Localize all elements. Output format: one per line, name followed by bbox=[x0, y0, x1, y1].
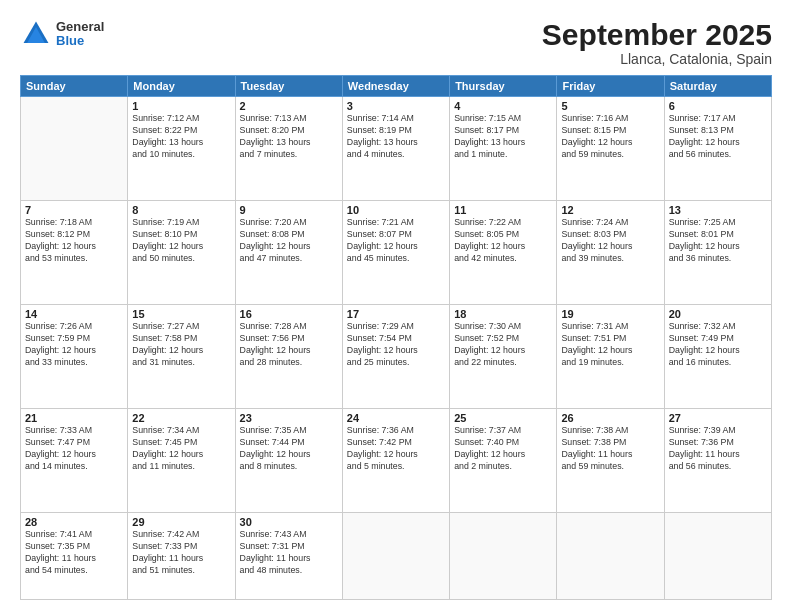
day-number: 10 bbox=[347, 204, 445, 216]
table-row: 6Sunrise: 7:17 AMSunset: 8:13 PMDaylight… bbox=[664, 97, 771, 201]
calendar-table: Sunday Monday Tuesday Wednesday Thursday… bbox=[20, 75, 772, 600]
day-number: 3 bbox=[347, 100, 445, 112]
day-info: Sunrise: 7:12 AMSunset: 8:22 PMDaylight:… bbox=[132, 113, 230, 161]
table-row: 5Sunrise: 7:16 AMSunset: 8:15 PMDaylight… bbox=[557, 97, 664, 201]
table-row: 16Sunrise: 7:28 AMSunset: 7:56 PMDayligh… bbox=[235, 304, 342, 408]
day-info: Sunrise: 7:20 AMSunset: 8:08 PMDaylight:… bbox=[240, 217, 338, 265]
day-info: Sunrise: 7:39 AMSunset: 7:36 PMDaylight:… bbox=[669, 425, 767, 473]
table-row: 27Sunrise: 7:39 AMSunset: 7:36 PMDayligh… bbox=[664, 408, 771, 512]
day-number: 2 bbox=[240, 100, 338, 112]
table-row bbox=[664, 512, 771, 599]
day-info: Sunrise: 7:42 AMSunset: 7:33 PMDaylight:… bbox=[132, 529, 230, 577]
calendar-week-row: 21Sunrise: 7:33 AMSunset: 7:47 PMDayligh… bbox=[21, 408, 772, 512]
table-row: 13Sunrise: 7:25 AMSunset: 8:01 PMDayligh… bbox=[664, 200, 771, 304]
day-number: 13 bbox=[669, 204, 767, 216]
day-info: Sunrise: 7:15 AMSunset: 8:17 PMDaylight:… bbox=[454, 113, 552, 161]
day-number: 5 bbox=[561, 100, 659, 112]
day-number: 24 bbox=[347, 412, 445, 424]
col-monday: Monday bbox=[128, 76, 235, 97]
day-info: Sunrise: 7:16 AMSunset: 8:15 PMDaylight:… bbox=[561, 113, 659, 161]
title-block: September 2025 Llanca, Catalonia, Spain bbox=[542, 18, 772, 67]
col-friday: Friday bbox=[557, 76, 664, 97]
col-saturday: Saturday bbox=[664, 76, 771, 97]
day-number: 20 bbox=[669, 308, 767, 320]
day-info: Sunrise: 7:25 AMSunset: 8:01 PMDaylight:… bbox=[669, 217, 767, 265]
table-row bbox=[21, 97, 128, 201]
col-sunday: Sunday bbox=[21, 76, 128, 97]
calendar-header-row: Sunday Monday Tuesday Wednesday Thursday… bbox=[21, 76, 772, 97]
day-number: 17 bbox=[347, 308, 445, 320]
day-info: Sunrise: 7:19 AMSunset: 8:10 PMDaylight:… bbox=[132, 217, 230, 265]
day-info: Sunrise: 7:35 AMSunset: 7:44 PMDaylight:… bbox=[240, 425, 338, 473]
logo-blue: Blue bbox=[56, 34, 104, 48]
day-number: 14 bbox=[25, 308, 123, 320]
table-row: 22Sunrise: 7:34 AMSunset: 7:45 PMDayligh… bbox=[128, 408, 235, 512]
day-info: Sunrise: 7:41 AMSunset: 7:35 PMDaylight:… bbox=[25, 529, 123, 577]
day-info: Sunrise: 7:26 AMSunset: 7:59 PMDaylight:… bbox=[25, 321, 123, 369]
table-row: 4Sunrise: 7:15 AMSunset: 8:17 PMDaylight… bbox=[450, 97, 557, 201]
col-thursday: Thursday bbox=[450, 76, 557, 97]
day-number: 18 bbox=[454, 308, 552, 320]
calendar-week-row: 28Sunrise: 7:41 AMSunset: 7:35 PMDayligh… bbox=[21, 512, 772, 599]
day-info: Sunrise: 7:22 AMSunset: 8:05 PMDaylight:… bbox=[454, 217, 552, 265]
day-number: 8 bbox=[132, 204, 230, 216]
day-info: Sunrise: 7:24 AMSunset: 8:03 PMDaylight:… bbox=[561, 217, 659, 265]
table-row: 26Sunrise: 7:38 AMSunset: 7:38 PMDayligh… bbox=[557, 408, 664, 512]
table-row: 23Sunrise: 7:35 AMSunset: 7:44 PMDayligh… bbox=[235, 408, 342, 512]
table-row: 1Sunrise: 7:12 AMSunset: 8:22 PMDaylight… bbox=[128, 97, 235, 201]
table-row: 3Sunrise: 7:14 AMSunset: 8:19 PMDaylight… bbox=[342, 97, 449, 201]
table-row: 20Sunrise: 7:32 AMSunset: 7:49 PMDayligh… bbox=[664, 304, 771, 408]
day-number: 26 bbox=[561, 412, 659, 424]
table-row: 28Sunrise: 7:41 AMSunset: 7:35 PMDayligh… bbox=[21, 512, 128, 599]
table-row bbox=[450, 512, 557, 599]
table-row: 2Sunrise: 7:13 AMSunset: 8:20 PMDaylight… bbox=[235, 97, 342, 201]
day-info: Sunrise: 7:33 AMSunset: 7:47 PMDaylight:… bbox=[25, 425, 123, 473]
day-number: 9 bbox=[240, 204, 338, 216]
calendar-week-row: 14Sunrise: 7:26 AMSunset: 7:59 PMDayligh… bbox=[21, 304, 772, 408]
day-info: Sunrise: 7:17 AMSunset: 8:13 PMDaylight:… bbox=[669, 113, 767, 161]
day-info: Sunrise: 7:18 AMSunset: 8:12 PMDaylight:… bbox=[25, 217, 123, 265]
calendar-title: September 2025 bbox=[542, 18, 772, 51]
day-number: 23 bbox=[240, 412, 338, 424]
table-row: 10Sunrise: 7:21 AMSunset: 8:07 PMDayligh… bbox=[342, 200, 449, 304]
table-row: 18Sunrise: 7:30 AMSunset: 7:52 PMDayligh… bbox=[450, 304, 557, 408]
table-row: 8Sunrise: 7:19 AMSunset: 8:10 PMDaylight… bbox=[128, 200, 235, 304]
day-number: 4 bbox=[454, 100, 552, 112]
day-number: 19 bbox=[561, 308, 659, 320]
day-info: Sunrise: 7:13 AMSunset: 8:20 PMDaylight:… bbox=[240, 113, 338, 161]
day-number: 30 bbox=[240, 516, 338, 528]
day-number: 21 bbox=[25, 412, 123, 424]
table-row: 30Sunrise: 7:43 AMSunset: 7:31 PMDayligh… bbox=[235, 512, 342, 599]
table-row: 17Sunrise: 7:29 AMSunset: 7:54 PMDayligh… bbox=[342, 304, 449, 408]
table-row: 21Sunrise: 7:33 AMSunset: 7:47 PMDayligh… bbox=[21, 408, 128, 512]
table-row: 12Sunrise: 7:24 AMSunset: 8:03 PMDayligh… bbox=[557, 200, 664, 304]
logo: General Blue bbox=[20, 18, 104, 50]
col-tuesday: Tuesday bbox=[235, 76, 342, 97]
day-number: 29 bbox=[132, 516, 230, 528]
calendar-week-row: 1Sunrise: 7:12 AMSunset: 8:22 PMDaylight… bbox=[21, 97, 772, 201]
table-row: 25Sunrise: 7:37 AMSunset: 7:40 PMDayligh… bbox=[450, 408, 557, 512]
table-row: 7Sunrise: 7:18 AMSunset: 8:12 PMDaylight… bbox=[21, 200, 128, 304]
calendar-week-row: 7Sunrise: 7:18 AMSunset: 8:12 PMDaylight… bbox=[21, 200, 772, 304]
header: General Blue September 2025 Llanca, Cata… bbox=[20, 18, 772, 67]
day-info: Sunrise: 7:34 AMSunset: 7:45 PMDaylight:… bbox=[132, 425, 230, 473]
table-row bbox=[557, 512, 664, 599]
day-info: Sunrise: 7:37 AMSunset: 7:40 PMDaylight:… bbox=[454, 425, 552, 473]
day-number: 25 bbox=[454, 412, 552, 424]
day-number: 1 bbox=[132, 100, 230, 112]
day-info: Sunrise: 7:31 AMSunset: 7:51 PMDaylight:… bbox=[561, 321, 659, 369]
table-row: 9Sunrise: 7:20 AMSunset: 8:08 PMDaylight… bbox=[235, 200, 342, 304]
calendar-subtitle: Llanca, Catalonia, Spain bbox=[542, 51, 772, 67]
table-row: 15Sunrise: 7:27 AMSunset: 7:58 PMDayligh… bbox=[128, 304, 235, 408]
table-row: 19Sunrise: 7:31 AMSunset: 7:51 PMDayligh… bbox=[557, 304, 664, 408]
day-number: 27 bbox=[669, 412, 767, 424]
day-number: 22 bbox=[132, 412, 230, 424]
table-row: 24Sunrise: 7:36 AMSunset: 7:42 PMDayligh… bbox=[342, 408, 449, 512]
table-row: 14Sunrise: 7:26 AMSunset: 7:59 PMDayligh… bbox=[21, 304, 128, 408]
day-info: Sunrise: 7:36 AMSunset: 7:42 PMDaylight:… bbox=[347, 425, 445, 473]
day-info: Sunrise: 7:38 AMSunset: 7:38 PMDaylight:… bbox=[561, 425, 659, 473]
day-number: 6 bbox=[669, 100, 767, 112]
logo-text: General Blue bbox=[56, 20, 104, 49]
table-row: 11Sunrise: 7:22 AMSunset: 8:05 PMDayligh… bbox=[450, 200, 557, 304]
day-number: 28 bbox=[25, 516, 123, 528]
